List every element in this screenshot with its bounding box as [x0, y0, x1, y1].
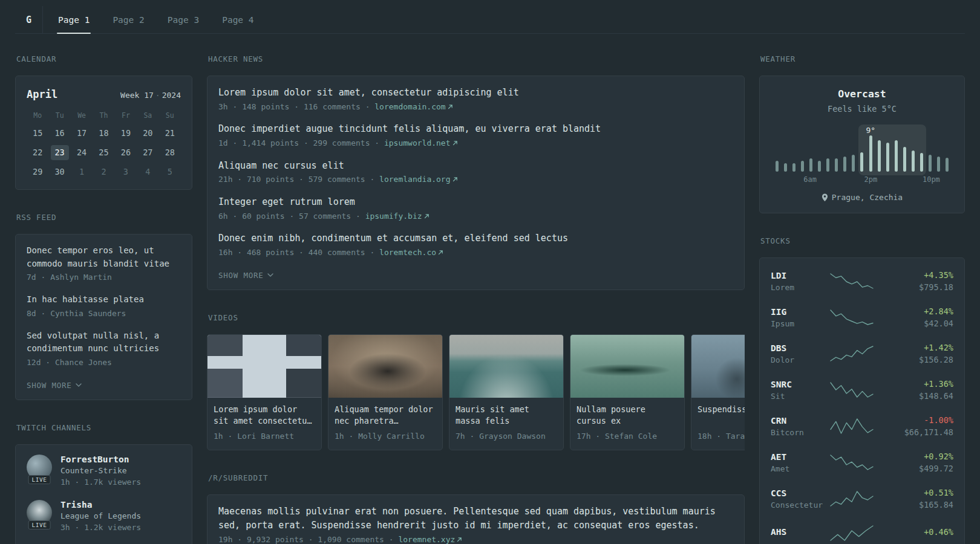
hackernews-item-meta: 1d · 1,414 points · 299 comments · ipsum… — [218, 138, 733, 149]
subreddit-source-link[interactable]: loremnet.xyz — [398, 535, 462, 544]
video-thumbnail[interactable] — [328, 335, 442, 398]
calendar-section-title: CALENDAR — [16, 54, 192, 63]
show-more-label: SHOW MORE — [27, 381, 71, 390]
stock-symbol: DBS — [771, 343, 829, 353]
stock-row[interactable]: DBS Dolor +1.42% $156.28 — [771, 335, 953, 372]
video-card[interactable]: Mauris sit amet massa felis 7h · Grayson… — [449, 334, 564, 450]
stock-change: +4.35% — [875, 270, 953, 280]
twitch-channel-item[interactable]: LIVE ForrestBurton Counter-Strike 1h · 1… — [27, 455, 181, 488]
weather-bar — [895, 140, 898, 172]
twitch-game[interactable]: Counter-Strike — [60, 466, 141, 475]
calendar-day[interactable]: 20 — [139, 126, 157, 141]
hackernews-item-title[interactable]: Aliquam nec cursus elit — [218, 159, 733, 173]
subreddit-widget: Maecenas mollis pulvinar erat non posuer… — [207, 494, 745, 544]
calendar-day[interactable]: 22 — [28, 145, 47, 160]
videos-row: Lorem ipsum dolor sit amet consectetu… 1… — [207, 334, 745, 450]
hackernews-source-link[interactable]: loremtech.co — [379, 248, 443, 257]
weather-location: Prague, Czechia — [772, 193, 952, 202]
video-card[interactable]: Lorem ipsum dolor sit amet consectetu… 1… — [207, 334, 322, 450]
twitch-channel-item[interactable]: LIVE Trisha League of Legends 3h · 1.2k … — [27, 500, 181, 534]
twitch-channel-name[interactable]: ForrestBurton — [60, 455, 141, 464]
calendar-day[interactable]: 19 — [117, 126, 135, 141]
twitch-game[interactable]: League of Legends — [60, 511, 141, 520]
video-card[interactable]: Aliquam tempor dolor nec pharetra… 1h · … — [328, 334, 443, 450]
rss-item-title[interactable]: Sed volutpat nulla nisl, a condimentum n… — [27, 329, 181, 355]
weather-bars — [776, 135, 949, 172]
video-title[interactable]: Mauris sit amet massa felis — [456, 404, 557, 427]
calendar-day[interactable]: 16 — [51, 126, 69, 141]
hackernews-show-more-button[interactable]: SHOW MORE — [218, 271, 273, 280]
hackernews-source-link[interactable]: ipsumworld.net — [384, 138, 458, 147]
weather-bar — [869, 135, 872, 172]
calendar-day[interactable]: 3 — [117, 164, 135, 180]
tab-page-2[interactable]: Page 2 — [105, 6, 151, 33]
stock-row[interactable]: AET Amet +0.92% $499.72 — [771, 444, 953, 481]
calendar-day[interactable]: 4 — [139, 164, 157, 180]
stock-row[interactable]: LDI Lorem +4.35% $795.18 — [771, 263, 953, 299]
stock-identity: IIG Ipsum — [771, 307, 829, 328]
source-domain: ipsumify.biz — [365, 212, 422, 221]
video-title[interactable]: Aliquam tempor dolor nec pharetra… — [335, 404, 436, 427]
stock-row[interactable]: IIG Ipsum +2.84% $42.04 — [771, 299, 953, 335]
stocks-section-title: STOCKS — [760, 236, 965, 245]
stock-row[interactable]: CRN Bitcorn -1.00% $66,171.48 — [771, 408, 953, 444]
hackernews-item-title[interactable]: Donec enim nibh, condimentum et accumsan… — [218, 232, 733, 245]
video-thumbnail[interactable] — [207, 335, 321, 398]
calendar-day[interactable]: 5 — [161, 164, 179, 180]
stocks-widget: LDI Lorem +4.35% $795.18 IIG Ipsum — [759, 257, 965, 544]
video-card[interactable]: Nullam posuere cursus ex 17h · Stefan Co… — [570, 334, 685, 450]
source-domain: loremlandia.org — [379, 175, 450, 184]
hackernews-item-title[interactable]: Integer eget rutrum lorem — [218, 195, 733, 209]
calendar-day[interactable]: 28 — [161, 145, 179, 160]
calendar-day[interactable]: 1 — [73, 164, 91, 180]
video-thumbnail[interactable] — [449, 335, 563, 398]
hackernews-item-stats: 6h · 60 points · 57 comments · — [218, 212, 361, 221]
stock-row[interactable]: AHS +0.46% — [771, 517, 953, 544]
rss-item-title[interactable]: In hac habitasse platea — [27, 293, 181, 306]
video-thumbnail[interactable] — [570, 335, 684, 398]
stock-identity: CRN Bitcorn — [771, 416, 829, 437]
calendar-day[interactable]: 26 — [117, 145, 135, 160]
weather-time-labels: 6am2pm10pm — [776, 175, 949, 185]
stock-row[interactable]: CCS Consectetur +0.51% $165.84 — [771, 481, 953, 517]
hackernews-source-link[interactable]: ipsumify.biz — [365, 212, 430, 221]
hackernews-item-title[interactable]: Donec imperdiet augue tincidunt felis al… — [218, 122, 733, 136]
calendar-day[interactable]: 29 — [28, 164, 47, 180]
video-card[interactable]: Suspendisse diam 18h · Tara — [691, 334, 745, 450]
hackernews-source-link[interactable]: loremdomain.com — [374, 102, 452, 111]
stock-change: +2.84% — [875, 306, 953, 316]
calendar-year: 2024 — [162, 91, 181, 100]
calendar-day[interactable]: 27 — [139, 145, 157, 160]
rss-show-more-button[interactable]: SHOW MORE — [27, 381, 82, 390]
stock-row[interactable]: SNRC Sit +1.36% $148.64 — [771, 372, 953, 408]
calendar-day[interactable]: 23 — [51, 145, 69, 160]
tab-page-4[interactable]: Page 4 — [215, 6, 261, 33]
app-logo[interactable]: G — [15, 6, 43, 33]
video-meta: 1h · Lori Barnett — [214, 431, 315, 442]
stock-name: Ipsum — [771, 319, 829, 328]
hackernews-source-link[interactable]: loremlandia.org — [379, 175, 457, 184]
calendar-day[interactable]: 2 — [94, 164, 113, 180]
calendar-day[interactable]: 30 — [51, 164, 69, 180]
calendar-day[interactable]: 21 — [161, 126, 179, 141]
calendar-day[interactable]: 24 — [73, 145, 91, 160]
video-thumbnail[interactable] — [691, 335, 745, 398]
hackernews-item-title[interactable]: Lorem ipsum dolor sit amet, consectetur … — [218, 86, 733, 100]
calendar-day[interactable]: 17 — [73, 126, 91, 141]
dashboard: G Page 1 Page 2 Page 3 Page 4 CALENDAR A… — [0, 0, 980, 544]
calendar-day[interactable]: 18 — [94, 126, 113, 141]
video-title[interactable]: Nullam posuere cursus ex — [577, 404, 678, 427]
video-title[interactable]: Lorem ipsum dolor sit amet consectetu… — [214, 404, 315, 427]
weather-bar — [826, 158, 829, 172]
video-title[interactable]: Suspendisse diam — [697, 404, 745, 427]
subreddit-post-title[interactable]: Maecenas mollis pulvinar erat non posuer… — [218, 505, 733, 533]
external-link-icon — [438, 250, 443, 255]
tab-page-3[interactable]: Page 3 — [160, 6, 206, 33]
stock-sparkline — [829, 345, 875, 363]
calendar-day[interactable]: 15 — [28, 126, 47, 141]
tab-page-1[interactable]: Page 1 — [51, 6, 97, 33]
calendar-day[interactable]: 25 — [94, 145, 113, 160]
rss-item-title[interactable]: Donec tempor eros leo, ut commodo mauris… — [27, 244, 181, 270]
twitch-channel-name[interactable]: Trisha — [60, 500, 141, 510]
stock-symbol: IIG — [771, 307, 829, 317]
